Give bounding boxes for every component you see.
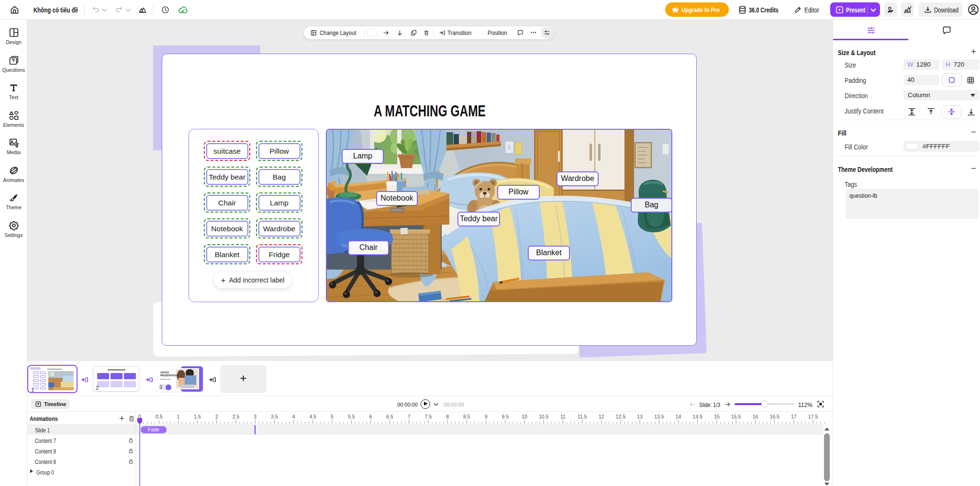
svg-text:12: 12 [599,414,604,419]
svg-text:10: 10 [522,414,527,419]
svg-text:3: 3 [254,414,256,419]
svg-text:10.5: 10.5 [539,414,549,419]
svg-text:17: 17 [791,414,797,419]
svg-text:13.5: 13.5 [654,414,664,419]
svg-text:14.5: 14.5 [693,414,703,419]
svg-text:14: 14 [676,414,681,419]
svg-text:5.5: 5.5 [348,414,355,419]
svg-text:11: 11 [560,414,566,419]
svg-text:8.5: 8.5 [463,414,470,419]
svg-text:16: 16 [753,414,758,419]
svg-text:2: 2 [215,414,218,419]
svg-text:8: 8 [446,414,449,419]
svg-text:7.5: 7.5 [425,414,432,419]
svg-text:17.5: 17.5 [808,414,818,419]
svg-text:1: 1 [177,414,179,419]
svg-text:4.5: 4.5 [309,414,316,419]
svg-text:0.5: 0.5 [156,414,163,419]
svg-text:1.5: 1.5 [194,414,201,419]
svg-text:2.5: 2.5 [233,414,240,419]
svg-text:7: 7 [408,414,411,419]
svg-text:9: 9 [485,414,488,419]
svg-text:16.5: 16.5 [769,414,780,419]
svg-text:6.5: 6.5 [386,414,393,419]
svg-text:13: 13 [637,414,643,419]
svg-text:5: 5 [331,414,334,419]
svg-text:15.5: 15.5 [731,414,741,419]
svg-text:3.5: 3.5 [271,414,278,419]
svg-text:6: 6 [369,414,372,419]
svg-text:12.5: 12.5 [616,414,626,419]
svg-text:4: 4 [292,414,295,419]
svg-text:9.5: 9.5 [501,414,509,419]
svg-text:15: 15 [714,414,720,419]
svg-text:11.5: 11.5 [578,414,587,419]
